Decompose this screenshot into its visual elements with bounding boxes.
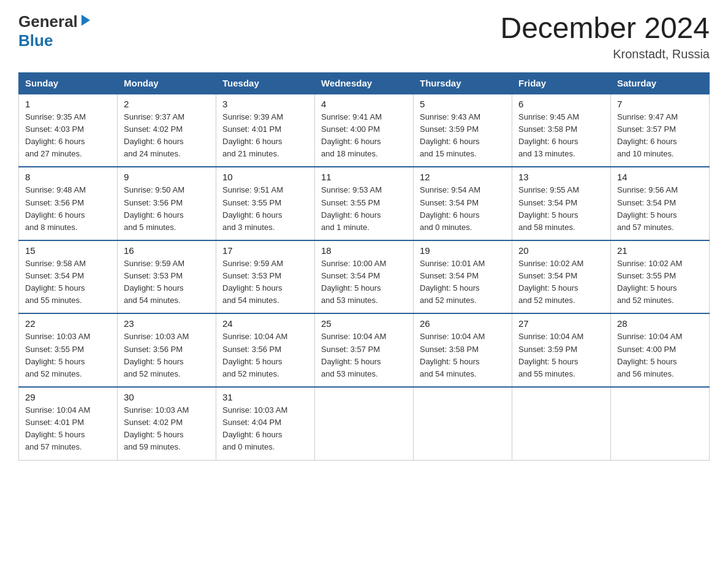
col-sunday: Sunday xyxy=(19,72,118,94)
day-info: Sunrise: 10:04 AMSunset: 4:01 PMDaylight… xyxy=(25,404,111,454)
day-number: 10 xyxy=(222,172,308,182)
col-monday: Monday xyxy=(118,72,216,94)
day-number: 28 xyxy=(617,318,703,329)
table-row: 22Sunrise: 10:03 AMSunset: 3:55 PMDaylig… xyxy=(19,313,118,387)
title-block: December 2024 Kronstadt, Russia xyxy=(500,12,710,61)
col-wednesday: Wednesday xyxy=(315,72,414,94)
day-number: 23 xyxy=(124,318,210,329)
day-info: Sunrise: 9:55 AMSunset: 3:54 PMDaylight:… xyxy=(518,184,604,234)
day-number: 2 xyxy=(124,99,210,109)
table-row: 12Sunrise: 9:54 AMSunset: 3:54 PMDayligh… xyxy=(414,167,512,240)
table-row: 15Sunrise: 9:58 AMSunset: 3:54 PMDayligh… xyxy=(19,240,118,314)
table-row: 29Sunrise: 10:04 AMSunset: 4:01 PMDaylig… xyxy=(19,387,118,460)
day-number: 3 xyxy=(222,99,308,109)
day-number: 9 xyxy=(124,172,210,182)
day-info: Sunrise: 10:02 AMSunset: 3:55 PMDaylight… xyxy=(617,258,703,307)
svg-marker-0 xyxy=(82,15,90,26)
day-number: 15 xyxy=(25,245,111,256)
logo-arrow-icon xyxy=(79,13,93,27)
table-row: 24Sunrise: 10:04 AMSunset: 3:56 PMDaylig… xyxy=(216,313,315,387)
location-label: Kronstadt, Russia xyxy=(500,47,710,61)
calendar-table: Sunday Monday Tuesday Wednesday Thursday… xyxy=(18,72,710,461)
table-row: 28Sunrise: 10:04 AMSunset: 4:00 PMDaylig… xyxy=(611,313,710,387)
table-row: 25Sunrise: 10:04 AMSunset: 3:57 PMDaylig… xyxy=(315,313,414,387)
day-info: Sunrise: 9:35 AMSunset: 4:03 PMDaylight:… xyxy=(25,111,111,161)
day-info: Sunrise: 10:00 AMSunset: 3:54 PMDaylight… xyxy=(321,258,407,307)
day-number: 17 xyxy=(222,245,308,256)
day-info: Sunrise: 9:51 AMSunset: 3:55 PMDaylight:… xyxy=(222,184,308,234)
page-header: General Blue December 2024 Kronstadt, Ru… xyxy=(18,12,710,61)
day-info: Sunrise: 9:54 AMSunset: 3:54 PMDaylight:… xyxy=(420,184,506,234)
day-info: Sunrise: 10:04 AMSunset: 3:57 PMDaylight… xyxy=(321,331,407,380)
table-row: 5Sunrise: 9:43 AMSunset: 3:59 PMDaylight… xyxy=(414,94,512,167)
table-row: 18Sunrise: 10:00 AMSunset: 3:54 PMDaylig… xyxy=(315,240,414,314)
day-number: 26 xyxy=(420,318,506,329)
day-info: Sunrise: 10:04 AMSunset: 4:00 PMDaylight… xyxy=(617,331,703,380)
calendar-week-row: 22Sunrise: 10:03 AMSunset: 3:55 PMDaylig… xyxy=(19,313,710,387)
table-row xyxy=(611,387,710,460)
logo-general-text: General xyxy=(18,12,78,31)
day-number: 7 xyxy=(617,99,703,109)
day-info: Sunrise: 10:03 AMSunset: 3:55 PMDaylight… xyxy=(25,331,111,380)
table-row: 21Sunrise: 10:02 AMSunset: 3:55 PMDaylig… xyxy=(611,240,710,314)
day-number: 11 xyxy=(321,172,407,182)
day-number: 22 xyxy=(25,318,111,329)
day-number: 20 xyxy=(518,245,604,256)
day-number: 30 xyxy=(124,392,210,402)
table-row: 7Sunrise: 9:47 AMSunset: 3:57 PMDaylight… xyxy=(611,94,710,167)
table-row xyxy=(315,387,414,460)
logo: General Blue xyxy=(18,12,93,50)
day-info: Sunrise: 10:04 AMSunset: 3:56 PMDaylight… xyxy=(222,331,308,380)
day-number: 5 xyxy=(420,99,506,109)
table-row xyxy=(512,387,611,460)
table-row: 23Sunrise: 10:03 AMSunset: 3:56 PMDaylig… xyxy=(118,313,216,387)
col-friday: Friday xyxy=(512,72,611,94)
table-row: 17Sunrise: 9:59 AMSunset: 3:53 PMDayligh… xyxy=(216,240,315,314)
table-row: 3Sunrise: 9:39 AMSunset: 4:01 PMDaylight… xyxy=(216,94,315,167)
day-number: 31 xyxy=(222,392,308,402)
month-title: December 2024 xyxy=(500,12,710,45)
table-row: 2Sunrise: 9:37 AMSunset: 4:02 PMDaylight… xyxy=(118,94,216,167)
day-info: Sunrise: 10:02 AMSunset: 3:54 PMDaylight… xyxy=(518,258,604,307)
table-row: 26Sunrise: 10:04 AMSunset: 3:58 PMDaylig… xyxy=(414,313,512,387)
day-number: 16 xyxy=(124,245,210,256)
col-saturday: Saturday xyxy=(611,72,710,94)
day-number: 12 xyxy=(420,172,506,182)
day-info: Sunrise: 10:03 AMSunset: 3:56 PMDaylight… xyxy=(124,331,210,380)
day-info: Sunrise: 10:04 AMSunset: 3:58 PMDaylight… xyxy=(420,331,506,380)
table-row: 8Sunrise: 9:48 AMSunset: 3:56 PMDaylight… xyxy=(19,167,118,240)
day-info: Sunrise: 9:39 AMSunset: 4:01 PMDaylight:… xyxy=(222,111,308,161)
day-number: 27 xyxy=(518,318,604,329)
col-tuesday: Tuesday xyxy=(216,72,315,94)
calendar-week-row: 1Sunrise: 9:35 AMSunset: 4:03 PMDaylight… xyxy=(19,94,710,167)
day-info: Sunrise: 9:47 AMSunset: 3:57 PMDaylight:… xyxy=(617,111,703,161)
day-info: Sunrise: 9:58 AMSunset: 3:54 PMDaylight:… xyxy=(25,258,111,307)
day-info: Sunrise: 9:56 AMSunset: 3:54 PMDaylight:… xyxy=(617,184,703,234)
day-info: Sunrise: 10:01 AMSunset: 3:54 PMDaylight… xyxy=(420,258,506,307)
day-info: Sunrise: 10:03 AMSunset: 4:02 PMDaylight… xyxy=(124,404,210,454)
day-info: Sunrise: 9:48 AMSunset: 3:56 PMDaylight:… xyxy=(25,184,111,234)
table-row: 6Sunrise: 9:45 AMSunset: 3:58 PMDaylight… xyxy=(512,94,611,167)
day-info: Sunrise: 9:41 AMSunset: 4:00 PMDaylight:… xyxy=(321,111,407,161)
calendar-week-row: 8Sunrise: 9:48 AMSunset: 3:56 PMDaylight… xyxy=(19,167,710,240)
day-info: Sunrise: 10:03 AMSunset: 4:04 PMDaylight… xyxy=(222,404,308,454)
day-info: Sunrise: 9:37 AMSunset: 4:02 PMDaylight:… xyxy=(124,111,210,161)
day-number: 24 xyxy=(222,318,308,329)
day-number: 8 xyxy=(25,172,111,182)
table-row: 10Sunrise: 9:51 AMSunset: 3:55 PMDayligh… xyxy=(216,167,315,240)
logo-blue-text: Blue xyxy=(18,31,53,50)
table-row: 19Sunrise: 10:01 AMSunset: 3:54 PMDaylig… xyxy=(414,240,512,314)
day-info: Sunrise: 9:45 AMSunset: 3:58 PMDaylight:… xyxy=(518,111,604,161)
calendar-week-row: 29Sunrise: 10:04 AMSunset: 4:01 PMDaylig… xyxy=(19,387,710,460)
day-info: Sunrise: 10:04 AMSunset: 3:59 PMDaylight… xyxy=(518,331,604,380)
table-row: 13Sunrise: 9:55 AMSunset: 3:54 PMDayligh… xyxy=(512,167,611,240)
day-info: Sunrise: 9:59 AMSunset: 3:53 PMDaylight:… xyxy=(222,258,308,307)
table-row: 4Sunrise: 9:41 AMSunset: 4:00 PMDaylight… xyxy=(315,94,414,167)
day-number: 21 xyxy=(617,245,703,256)
day-number: 6 xyxy=(518,99,604,109)
day-info: Sunrise: 9:43 AMSunset: 3:59 PMDaylight:… xyxy=(420,111,506,161)
day-number: 29 xyxy=(25,392,111,402)
calendar-header-row: Sunday Monday Tuesday Wednesday Thursday… xyxy=(19,72,710,94)
day-number: 4 xyxy=(321,99,407,109)
day-number: 1 xyxy=(25,99,111,109)
